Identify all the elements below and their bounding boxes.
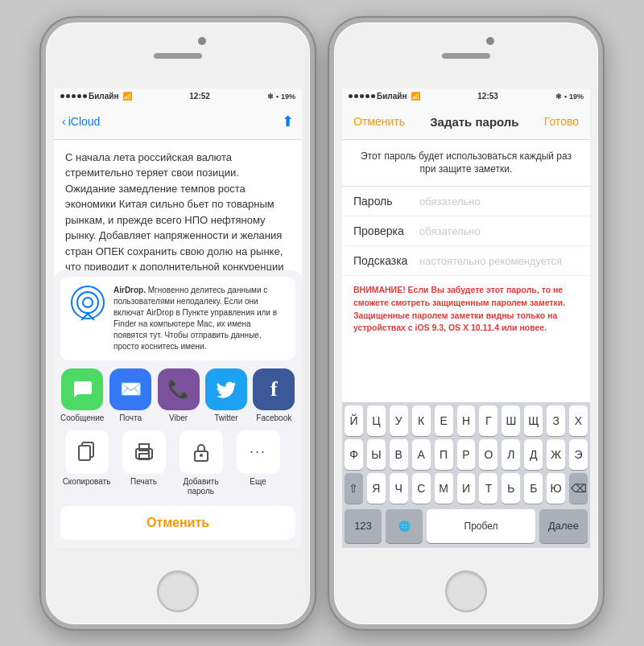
battery-2: 19% (569, 93, 584, 101)
key-е[interactable]: Е (435, 405, 453, 436)
key-х[interactable]: Х (569, 405, 588, 436)
print-label: Печать (130, 477, 157, 487)
signal-dot (60, 94, 64, 98)
key-ц[interactable]: Ц (367, 405, 386, 436)
share-actions-row: Скопировать Печать (54, 427, 302, 501)
key-ф[interactable]: Ф (345, 439, 363, 470)
signal-dot (83, 94, 87, 98)
wifi-icon-1: 📶 (122, 92, 132, 101)
key-р[interactable]: Р (457, 439, 476, 470)
lock-icon (180, 430, 223, 474)
keyboard-row-1: Й Ц У К Е Н Г Ш Щ З Х (342, 402, 590, 436)
key-и[interactable]: И (457, 473, 476, 504)
key-т[interactable]: Т (479, 473, 497, 504)
signal-dots-2 (349, 94, 375, 98)
keyboard: Й Ц У К Е Н Г Ш Щ З Х Ф Ы В А (342, 402, 590, 548)
space-label: Пробел (464, 521, 498, 532)
add-password-label: Добавить пароль (175, 477, 227, 496)
back-button-1[interactable]: ‹ iCloud (62, 115, 100, 128)
space-key[interactable]: Пробел (427, 509, 535, 543)
chevron-left-icon-1: ‹ (62, 115, 66, 128)
share-app-messages[interactable]: Сообщение (60, 368, 104, 422)
more-dots: ··· (250, 443, 266, 460)
dialog-nav: Отменить Задать пароль Готово (342, 105, 590, 140)
phone-1: Билайн 📶 12:52 ✻ ▪ 19% ‹ iCloud ⬆ (41, 18, 315, 629)
key-ы[interactable]: Ы (367, 439, 386, 470)
share-app-viber[interactable]: 📞 Viber (157, 368, 200, 422)
key-ш[interactable]: Ш (502, 405, 520, 436)
cancel-button[interactable]: Отменить (60, 506, 295, 540)
home-button-2[interactable] (445, 570, 487, 612)
next-key[interactable]: Далее (539, 509, 588, 543)
battery-icon-2: ▪ (564, 93, 567, 101)
key-у[interactable]: У (390, 405, 408, 436)
status-right-1: ✻ ▪ 19% (267, 93, 295, 101)
shift-key[interactable]: ⇧ (345, 473, 363, 504)
phones-container: Билайн 📶 12:52 ✻ ▪ 19% ‹ iCloud ⬆ (25, 2, 619, 645)
key-ж[interactable]: Ж (547, 439, 565, 470)
action-more[interactable]: ··· Еще (232, 430, 284, 496)
print-icon (122, 430, 166, 474)
password-field-row: Пароль обязательно (342, 187, 590, 216)
password-input[interactable]: обязательно (419, 195, 579, 208)
share-app-twitter[interactable]: Twitter (204, 368, 247, 422)
copy-icon (65, 430, 109, 474)
dialog-title: Задать пароль (430, 115, 518, 129)
signal-dot (354, 94, 358, 98)
key-э[interactable]: Э (569, 439, 588, 470)
globe-key[interactable]: 🌐 (386, 509, 423, 543)
key-г[interactable]: Г (479, 405, 497, 436)
verify-input[interactable]: обязательно (419, 225, 579, 237)
airdrop-title: AirDrop. (114, 286, 146, 294)
phone-2: Билайн 📶 12:53 ✻ ▪ 19% Отменить Задать п… (329, 18, 603, 629)
key-л[interactable]: Л (502, 439, 520, 470)
airdrop-text: AirDrop. Мгновенно делитесь данными с по… (114, 285, 286, 352)
key-м[interactable]: М (435, 473, 453, 504)
keyboard-row-2: Ф Ы В А П Р О Л Д Ж Э (342, 436, 590, 470)
key-й[interactable]: Й (345, 405, 363, 436)
key-з[interactable]: З (547, 405, 565, 436)
share-button-1[interactable]: ⬆ (282, 113, 294, 130)
action-print[interactable]: Печать (118, 430, 170, 496)
home-button-1[interactable] (157, 570, 199, 612)
signal-dots-1 (60, 94, 87, 98)
viber-label: Viber (169, 414, 188, 422)
signal-dot (77, 94, 81, 98)
status-left-2: Билайн 📶 (349, 92, 420, 101)
key-о[interactable]: О (479, 439, 497, 470)
twitter-icon (205, 368, 247, 410)
battery-1: 19% (281, 93, 295, 101)
share-app-facebook[interactable]: f Facebook (253, 368, 295, 422)
key-ь[interactable]: Ь (502, 473, 520, 504)
key-б[interactable]: Б (524, 473, 543, 504)
delete-key[interactable]: ⌫ (569, 473, 588, 504)
status-left-1: Билайн 📶 (60, 92, 132, 101)
verify-field-row: Проверка обязательно (342, 216, 590, 246)
action-copy[interactable]: Скопировать (60, 430, 113, 496)
key-с[interactable]: С (412, 473, 431, 504)
numbers-key[interactable]: 123 (345, 509, 382, 543)
key-ю[interactable]: Ю (547, 473, 565, 504)
share-app-mail[interactable]: ✉️ Почта (109, 368, 151, 422)
signal-dot (72, 94, 76, 98)
verify-label: Проверка (353, 224, 411, 237)
key-я[interactable]: Я (367, 473, 386, 504)
share-sheet-1: AirDrop. Мгновенно делитесь данными с по… (54, 270, 302, 548)
password-label: Пароль (353, 195, 411, 208)
key-в[interactable]: В (390, 439, 408, 470)
more-icon: ··· (237, 430, 280, 474)
key-ч[interactable]: Ч (390, 473, 408, 504)
hint-input[interactable]: настоятельно рекомендуется (419, 255, 579, 267)
key-д[interactable]: Д (524, 439, 543, 470)
copy-label: Скопировать (63, 477, 111, 487)
key-п[interactable]: П (435, 439, 453, 470)
dialog-done-button[interactable]: Готово (544, 115, 579, 128)
key-н[interactable]: Н (457, 405, 476, 436)
svg-rect-6 (79, 446, 90, 460)
key-к[interactable]: К (412, 405, 431, 436)
action-add-password[interactable]: Добавить пароль (175, 430, 227, 496)
key-щ[interactable]: Щ (524, 405, 543, 436)
bluetooth-icon-2: ✻ (555, 93, 562, 101)
dialog-cancel-button[interactable]: Отменить (353, 115, 405, 128)
key-а[interactable]: А (412, 439, 431, 470)
